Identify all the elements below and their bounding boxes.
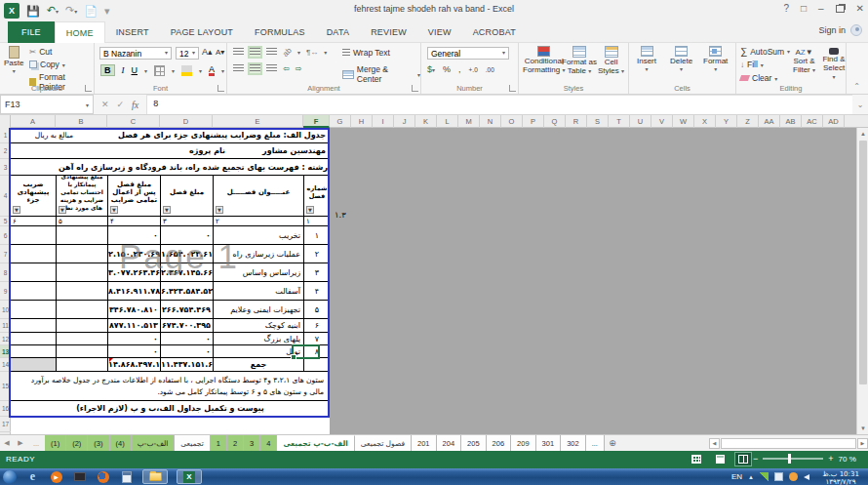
header-col-e[interactable]: عنـــــوان فصـــــل▼ xyxy=(213,176,303,216)
tab-overflow-left[interactable]: ... xyxy=(27,435,45,451)
tab-scroll-left-icon[interactable]: ◀ xyxy=(0,435,14,451)
header-col-d[interactable]: مبلغ فصل▼ xyxy=(160,176,213,216)
cell-chapter-no[interactable]: ۵ xyxy=(303,301,330,318)
decrease-indent-icon[interactable]: ⇦ xyxy=(283,64,290,73)
volume-icon[interactable] xyxy=(804,474,809,480)
insert-cells-button[interactable]: Insert▾ xyxy=(637,46,656,74)
column-header-V[interactable]: V xyxy=(651,115,673,128)
shrink-font-button[interactable]: A▾ xyxy=(216,48,224,57)
formula-input[interactable]: 8 xyxy=(147,95,852,114)
select-all-corner[interactable] xyxy=(0,115,11,128)
cell[interactable] xyxy=(56,301,107,318)
font-size-combo[interactable]: 12▾ xyxy=(176,47,199,60)
sheet-tab-204[interactable]: 204 xyxy=(437,435,462,451)
zoom-slider[interactable] xyxy=(763,458,823,460)
colnum-cell[interactable]: ۱ xyxy=(303,217,330,225)
cell[interactable] xyxy=(56,263,107,281)
italic-button[interactable]: I xyxy=(122,65,125,75)
cell-amount[interactable]: ۶.۴۲۳.۵۸۴.۵۲۵ xyxy=(160,282,213,300)
hscroll-left-icon[interactable]: ◀ xyxy=(709,438,720,449)
row-header-3[interactable]: 3 xyxy=(0,159,11,176)
cell-chapter-no[interactable]: ۲ xyxy=(303,245,330,263)
cell-r2-right[interactable]: مهندسین مشاور xyxy=(11,143,330,158)
sheet-tab-[interactable]: ... xyxy=(586,435,605,451)
row-header-8[interactable]: 8 xyxy=(0,263,11,282)
cell[interactable] xyxy=(56,226,107,244)
row-header-7[interactable]: 7 xyxy=(0,245,11,263)
zoom-slider-thumb[interactable] xyxy=(788,454,791,464)
text-direction-button[interactable]: ¶↔ xyxy=(306,48,318,57)
row-1[interactable]: جدول الف: مبلغ وضرایب پیشنهادی جزء برای … xyxy=(11,128,330,143)
align-top-icon[interactable] xyxy=(233,48,244,57)
language-indicator[interactable]: EN xyxy=(731,472,742,481)
row-header-2[interactable]: 2 xyxy=(0,143,11,159)
zoom-level[interactable]: 70 % xyxy=(839,455,856,464)
filter-dropdown-icon[interactable]: ▼ xyxy=(163,206,171,214)
cell[interactable] xyxy=(11,301,56,318)
sheet-tab-205[interactable]: 205 xyxy=(461,435,487,451)
restore-button[interactable] xyxy=(836,5,845,13)
normal-view-button[interactable] xyxy=(689,453,704,465)
column-header-P[interactable]: P xyxy=(523,115,544,128)
cell-amount[interactable]: ۲۶۶.۷۵۴.۴۶۹ xyxy=(160,301,213,318)
sheet-tab-2[interactable]: 2 xyxy=(227,435,244,451)
cell-g5-value[interactable]: ۱.۳ xyxy=(335,210,346,220)
row-header-4[interactable]: 4 xyxy=(0,176,11,217)
cell-after-coef[interactable]: ۳۴۶.۷۸۰.۸۱۰ xyxy=(107,301,160,318)
column-header-Q[interactable]: Q xyxy=(544,115,566,128)
note-row-2[interactable]: پیوست و تکمیل جداول الف،ب و پ (لازم الاج… xyxy=(11,401,330,417)
vertical-scroll-thumb[interactable] xyxy=(859,141,867,384)
column-header-O[interactable]: O xyxy=(501,115,523,128)
sheet-tab-(2)[interactable]: (2) xyxy=(66,435,88,451)
row-header-16[interactable]: 16 xyxy=(0,401,11,417)
filter-dropdown-icon[interactable]: ▼ xyxy=(59,206,66,214)
cell-amount[interactable]: ۶۷۴.۷۰۰.۳۹۵ xyxy=(160,319,213,332)
sign-in[interactable]: Sign in xyxy=(818,24,862,36)
close-button[interactable]: ✕ xyxy=(856,3,864,14)
borders-button[interactable] xyxy=(154,65,165,76)
column-header-A[interactable]: A xyxy=(11,115,56,128)
cell-styles-button[interactable]: CellStyles ▾ xyxy=(598,46,624,76)
column-header-AB[interactable]: AB xyxy=(780,115,802,128)
ribbon-tab-review[interactable]: REVIEW xyxy=(360,21,417,43)
comma-style-button[interactable]: , xyxy=(458,64,461,74)
column-header-AD[interactable]: AD xyxy=(823,115,845,128)
column-header-X[interactable]: X xyxy=(694,115,716,128)
row-header-1[interactable]: 1 xyxy=(0,128,11,143)
sheet-tab-الف-ب-پتجمیعی[interactable]: الف-ب-پ تجمیعی xyxy=(277,435,354,451)
number-format-combo[interactable]: General▾ xyxy=(427,47,509,60)
wrap-text-button[interactable]: Wrap Text xyxy=(342,48,390,58)
cell-r1-left[interactable]: مبالغ به ریال xyxy=(15,128,73,142)
column-header-W[interactable]: W xyxy=(673,115,694,128)
row-header-13[interactable]: 13 xyxy=(0,345,11,358)
cell[interactable] xyxy=(56,345,107,357)
fill-button[interactable]: ↓Fill▾ xyxy=(740,60,764,69)
alignment-dialog-launcher[interactable] xyxy=(412,85,418,92)
percent-style-button[interactable]: % xyxy=(443,64,451,74)
row-header-6[interactable]: 6 xyxy=(0,226,11,245)
kmplayer-icon[interactable]: ▶ xyxy=(49,469,63,484)
horizontal-scrollbar[interactable]: ◀ ▶ xyxy=(709,435,868,451)
expand-formula-bar-icon[interactable]: ⌄ xyxy=(852,95,868,114)
cell-chapter-no[interactable]: ۶ xyxy=(303,319,330,332)
bold-button[interactable]: B xyxy=(100,64,115,76)
scroll-down-icon[interactable]: ▼ xyxy=(857,423,868,434)
ribbon-tab-file[interactable]: FILE xyxy=(8,21,55,43)
row-3[interactable]: رشته : فهرست بهای تجمیع شده راه، باند فر… xyxy=(11,159,330,176)
orientation-button[interactable]: ab xyxy=(281,46,294,59)
filter-dropdown-icon[interactable]: ▼ xyxy=(216,206,223,214)
sheet-tab-206[interactable]: 206 xyxy=(487,435,512,451)
number-dialog-launcher[interactable] xyxy=(509,85,516,92)
column-header-S[interactable]: S xyxy=(587,115,609,128)
sheet-tab-(4)[interactable]: (4) xyxy=(110,435,132,451)
column-header-Z[interactable]: Z xyxy=(737,115,759,128)
cut-button[interactable]: ✂Cut xyxy=(29,47,52,57)
header-col-a[interactable]: ضریب پیشنهادی جزء▼ xyxy=(11,176,56,216)
sort-filter-button[interactable]: AZ▼ Sort &Filter ▾ xyxy=(793,48,815,75)
windows-explorer-icon[interactable] xyxy=(142,469,168,484)
cell[interactable] xyxy=(11,226,56,244)
row-header-14[interactable]: 14 xyxy=(0,358,11,372)
filter-dropdown-icon[interactable]: ▼ xyxy=(110,206,118,214)
data-row-4[interactable]: ۸.۴۱۶.۹۱۱.۷۸۴۶.۴۲۳.۵۸۴.۵۲۵آسفالت۴ xyxy=(11,282,330,301)
autosum-button[interactable]: ∑AutoSum▾ xyxy=(740,46,790,57)
